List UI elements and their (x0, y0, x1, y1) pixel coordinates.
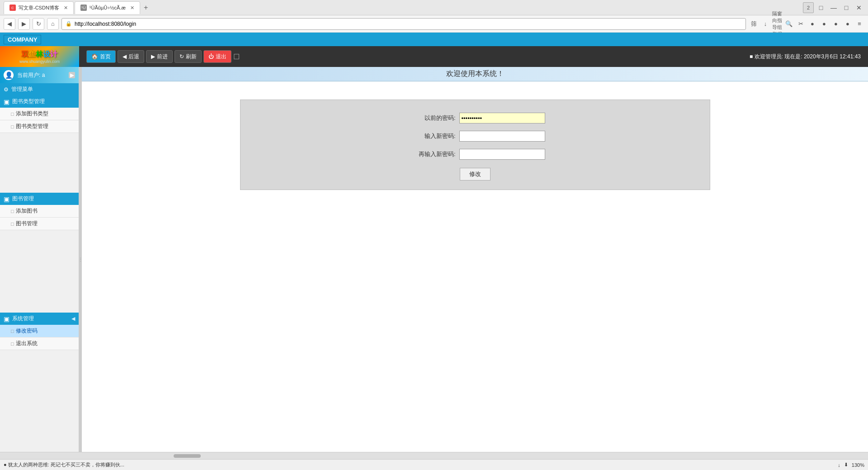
sidebar-item-book-type-manage[interactable]: □ 图书类型管理 (0, 120, 79, 133)
forward-button[interactable]: ▶ (18, 18, 30, 30)
nav-buttons: 🏠 首页 ◀ 后退 ▶ 前进 ↻ 刷新 ⏻ 退出 (79, 50, 750, 63)
toolbar-icon-6[interactable]: ● (831, 19, 841, 29)
item-icon-book-list: □ (11, 221, 14, 227)
browser-tab-2[interactable]: ¹Ù ¹ÙÃûµÛ÷½cÃ.æ ✕ (75, 1, 140, 14)
toolbar-right: 筛 ↓ 隔窗向指导组举报 🔍 ✂ ● ● ● ● ≡ (749, 19, 864, 29)
tab-title-1: 写文章-CSDN博客 (19, 5, 59, 11)
toolbar-icon-7[interactable]: ● (843, 19, 853, 29)
section-label-book-manage: 图书管理 (12, 195, 34, 203)
user-icon: 👤 (4, 70, 14, 80)
window-minimize[interactable]: — (828, 2, 839, 13)
section-header-book-manage[interactable]: ▣ 图书管理 (0, 193, 79, 205)
sidebar-item-change-pwd[interactable]: □ 修改密码 (0, 325, 79, 337)
confirm-password-input[interactable] (459, 149, 545, 160)
new-tab-button[interactable]: + (140, 2, 151, 14)
toolbar-search[interactable]: 🔍 (784, 19, 794, 29)
company-bar: COMPANY (0, 33, 868, 46)
nav-logout-btn[interactable]: ⏻ 退出 (203, 50, 231, 63)
section-label-system: 系统管理 (12, 315, 34, 323)
bottom-scrollbar[interactable] (0, 452, 868, 459)
back-icon: ◀ (123, 53, 127, 60)
item-icon-change-pwd: □ (11, 328, 14, 334)
new-pwd-label: 输入新密码: (405, 132, 459, 140)
nav-forward-btn[interactable]: ▶ 前进 (146, 50, 173, 63)
address-bar-wrapper: 🔒 (61, 18, 746, 30)
toolbar-icon-4[interactable]: ● (807, 19, 817, 29)
browser-tab-1[interactable]: C 写文章-CSDN博客 ✕ (4, 1, 74, 14)
toolbar-icon-1[interactable]: 筛 (749, 19, 759, 29)
old-pwd-label: 以前的密码: (405, 114, 459, 122)
logo-area: 双鱼林设计 www.shuangyulin.com (0, 46, 79, 67)
section-icon-book-manage: ▣ (4, 195, 9, 203)
item-icon-book-type-manage: □ (11, 124, 14, 129)
current-user-label: 当前用户: a (17, 71, 45, 79)
change-password-form: 以前的密码: 输入新密码: 再输入新密码: (240, 100, 710, 190)
tab-favicon-1: C (9, 5, 16, 11)
logo-sub: www.shuangyulin.com (19, 59, 60, 64)
section-icon-book-type: ▣ (4, 98, 9, 105)
submit-button[interactable]: 修改 (460, 168, 491, 180)
manage-menu-icon: ⚙ (4, 86, 9, 93)
nav-refresh-btn[interactable]: ↻ 刷新 (175, 50, 202, 63)
window-maximize[interactable]: □ (841, 2, 852, 13)
tab-close-1[interactable]: ✕ (64, 5, 68, 11)
old-password-input[interactable] (459, 113, 545, 123)
sidebar-item-book-list[interactable]: □ 图书管理 (0, 218, 79, 230)
window-close[interactable]: ✕ (854, 2, 864, 13)
home-icon: 🏠 (91, 53, 98, 60)
sidebar-item-add-book-type[interactable]: □ 添加图书类型 (0, 108, 79, 120)
toolbar-icon-2[interactable]: ↓ (760, 19, 770, 29)
manage-menu-label: 管理菜单 (11, 85, 33, 93)
section-header-book-type[interactable]: ▣ 图书类型管理 (0, 95, 79, 108)
section-collapse-system[interactable]: ◀ (71, 316, 75, 322)
sidebar: 👤 当前用户: a ▶ ⚙ 管理菜单 ▣ 图书类型管理 □ (0, 67, 79, 452)
section-label-book-type: 图书类型管理 (12, 98, 45, 105)
confirm-password-row: 再输入新密码: (241, 145, 710, 163)
toolbar-icon-3[interactable]: ✂ (796, 19, 806, 29)
sidebar-item-add-book[interactable]: □ 添加图书 (0, 205, 79, 218)
back-button[interactable]: ◀ (4, 18, 15, 30)
content-header: 欢迎使用本系统！ (82, 67, 868, 81)
window-badge: 2 (803, 2, 814, 13)
status-bar: ● 犹太人的两种思维: 死记七不买三不卖，你将赚到伙... ↓ ⬇ 130% (0, 459, 868, 470)
app-content: COMPANY 双鱼林设计 www.shuangyulin.com 🏠 首页 ◀ (0, 33, 868, 470)
sidebar-spacer-2 (0, 231, 79, 313)
window-restore[interactable]: □ (816, 2, 826, 13)
section-icon-system: ▣ (4, 315, 9, 323)
scroll-thumb[interactable] (174, 454, 201, 458)
status-icon-1: ↓ (838, 462, 840, 468)
section-header-system[interactable]: ▣ 系统管理 ◀ (0, 313, 79, 325)
tab-close-2[interactable]: ✕ (130, 5, 134, 11)
company-label: COMPANY (4, 35, 41, 44)
secure-icon: 🔒 (66, 21, 72, 27)
sidebar-section-system: ▣ 系统管理 ◀ □ 修改密码 □ 退出系统 (0, 313, 79, 350)
home-button[interactable]: ⌂ (47, 18, 59, 30)
sidebar-item-logout-system[interactable]: □ 退出系统 (0, 337, 79, 350)
toolbar-icon-5[interactable]: ● (819, 19, 829, 29)
nav-back-btn[interactable]: ◀ 后退 (118, 50, 144, 63)
status-text: ● 犹太人的两种思维: 死记七不买三不卖，你将赚到伙... (4, 461, 838, 468)
sidebar-toggle[interactable]: ▶ (69, 72, 75, 78)
report-link[interactable]: 隔窗向指导组举报 (772, 19, 782, 29)
old-password-row: 以前的密码: (241, 109, 710, 127)
tab-title-2: ¹ÙÃûµÛ÷½cÃ.æ (90, 5, 126, 10)
nav-home-btn[interactable]: 🏠 首页 (86, 50, 116, 63)
main-layout: 👤 当前用户: a ▶ ⚙ 管理菜单 ▣ 图书类型管理 □ (0, 67, 868, 452)
address-bar[interactable] (75, 21, 742, 27)
nav-welcome: ■ 欢迎管理员: 现在是: 2020年3月6日 12:41:43 (750, 53, 868, 61)
new-password-row: 输入新密码: (241, 127, 710, 145)
item-icon-add-book: □ (11, 209, 14, 214)
toolbar-menu[interactable]: ≡ (854, 19, 864, 29)
forward-icon: ▶ (151, 53, 155, 60)
form-actions: 修改 (241, 163, 710, 185)
logo-text: 双鱼林设计 (19, 50, 60, 59)
content-area: 欢迎使用本系统！ 以前的密码: 输入新密码: (82, 67, 868, 452)
window-controls: 2 □ — □ ✕ (803, 2, 864, 13)
content-main: 以前的密码: 输入新密码: 再输入新密码: (82, 81, 868, 452)
sidebar-spacer-1 (0, 134, 79, 193)
nav-bar: 双鱼林设计 www.shuangyulin.com 🏠 首页 ◀ 后退 ▶ 前进 (0, 46, 868, 67)
refresh-icon: ↻ (179, 53, 184, 60)
manage-menu-header: ⚙ 管理菜单 (0, 83, 79, 95)
reload-button[interactable]: ↻ (33, 18, 44, 30)
new-password-input[interactable] (459, 131, 545, 142)
